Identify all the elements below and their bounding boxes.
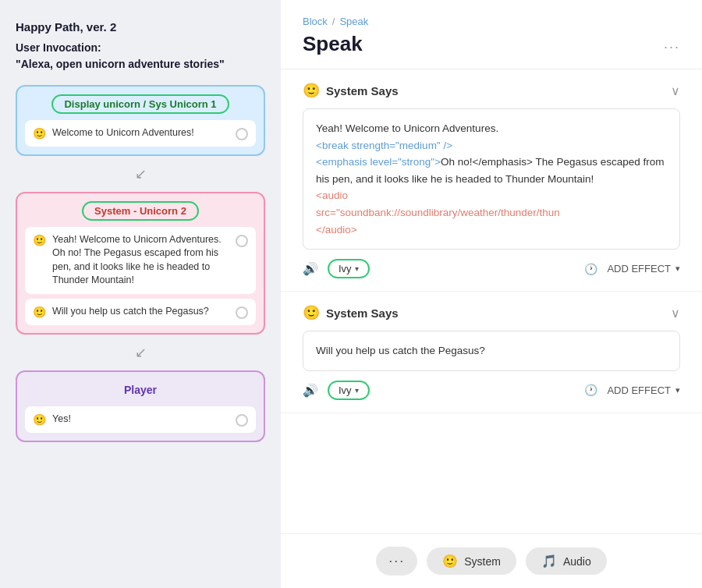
arrow-1: ↙ <box>16 165 265 182</box>
block1-title: Display unicorn / Sys Unicorn 1 <box>51 94 229 114</box>
message-icon-1: 🙂 <box>33 127 46 140</box>
bottom-toolbar: ··· 🙂 System 🎵 Audio <box>281 533 702 588</box>
section-2-label: System Says <box>326 306 399 320</box>
speech-ssml-emphasis-open: <emphasis level="strong"> <box>316 156 441 168</box>
page-title: Speak <box>303 32 363 56</box>
voice-row-1: 🔊 Ivy ▾ 🕐 ADD EFFECT ▾ <box>303 259 680 278</box>
speech-text-1a: Yeah! Welcome to Unicorn Adventures. <box>316 122 498 134</box>
breadcrumb-parent[interactable]: Block <box>303 16 328 27</box>
speech-ssml-audio-close: </audio> <box>316 224 357 236</box>
audio-button[interactable]: 🎵 Audio <box>526 547 607 575</box>
block3-item-text-1: Yes! <box>52 413 229 427</box>
dot-3 <box>236 306 248 319</box>
speech-text-2a: Will you help us catch the Pegasus? <box>316 345 485 356</box>
block2-title: System - Unicorn 2 <box>82 201 199 221</box>
voice-name-1: Ivy <box>339 263 352 275</box>
message-icon-3: 🙂 <box>33 306 46 318</box>
speech-box-2[interactable]: Will you help us catch the Pegasus? <box>303 331 680 371</box>
left-panel: Happy Path, ver. 2 User Invocation: "Ale… <box>0 0 281 588</box>
breadcrumb: Block / Speak <box>303 16 680 27</box>
right-header: Block / Speak Speak ... <box>281 0 702 69</box>
add-effect-button-2[interactable]: ADD EFFECT ▾ <box>607 384 680 396</box>
invocation-text: "Alexa, open unicorn adventure stories" <box>16 56 265 73</box>
block1-item-text-1: Welcome to Unicorn Adventures! <box>52 126 229 140</box>
dot-2 <box>236 235 248 247</box>
invocation-label: User Invocation: <box>16 40 265 56</box>
chevron-down-icon-1[interactable]: ∨ <box>671 83 680 98</box>
section-2-header: 🙂 System Says ∨ <box>303 304 680 321</box>
voice-dropdown-arrow-2: ▾ <box>355 386 359 395</box>
speech-ssml-audio-src: src="soundbank://soundlibrary/weather/th… <box>316 207 560 218</box>
right-panel: Block / Speak Speak ... 🙂 System Says ∨ … <box>281 0 702 588</box>
dot-4 <box>236 414 248 427</box>
system-button-icon: 🙂 <box>442 554 458 569</box>
speech-ssml-audio-open: <audio <box>316 190 348 201</box>
more-tools-button[interactable]: ··· <box>376 547 417 576</box>
message-icon-2: 🙂 <box>33 234 46 246</box>
system-button[interactable]: 🙂 System <box>427 547 516 575</box>
block2-item-text-1: Yeah! Welcome to Unicorn Adventures. Oh … <box>52 233 229 288</box>
system-icon-1: 🙂 <box>303 82 320 99</box>
clock-icon-1: 🕐 <box>584 263 597 275</box>
flow-block-unicorn1[interactable]: Display unicorn / Sys Unicorn 1 🙂 Welcom… <box>16 85 265 156</box>
more-options-button[interactable]: ... <box>664 36 680 52</box>
block2-item-1: 🙂 Yeah! Welcome to Unicorn Adventures. O… <box>25 227 256 294</box>
section-1-label: System Says <box>326 84 399 97</box>
voice-selector-1[interactable]: Ivy ▾ <box>328 259 370 278</box>
add-effect-arrow-2: ▾ <box>675 385 680 395</box>
flow-block-player[interactable]: Player 🙂 Yes! <box>16 370 265 442</box>
speech-box-1[interactable]: Yeah! Welcome to Unicorn Adventures. <br… <box>303 108 680 250</box>
add-effect-label-1: ADD EFFECT <box>607 263 671 275</box>
block3-item-1: 🙂 Yes! <box>25 406 256 433</box>
breadcrumb-current: Speak <box>339 16 368 27</box>
voice-row-2: 🔊 Ivy ▾ 🕐 ADD EFFECT ▾ <box>303 381 680 400</box>
system-says-section-2: 🙂 System Says ∨ Will you help us catch t… <box>281 292 702 413</box>
block2-item-text-2: Will you help us catch the Pegasus? <box>52 305 229 319</box>
clock-icon-2: 🕐 <box>584 384 597 396</box>
voice-selector-2[interactable]: Ivy ▾ <box>328 381 370 400</box>
voice-name-2: Ivy <box>339 384 352 396</box>
speaker-icon-2: 🔊 <box>303 383 318 398</box>
block3-title: Player <box>112 380 169 400</box>
flow-block-unicorn2[interactable]: System - Unicorn 2 🙂 Yeah! Welcome to Un… <box>16 192 265 335</box>
message-icon-4: 🙂 <box>33 413 46 426</box>
audio-button-icon: 🎵 <box>541 554 557 569</box>
audio-button-label: Audio <box>563 555 591 568</box>
add-effect-arrow-1: ▾ <box>675 264 680 274</box>
system-button-label: System <box>464 555 501 568</box>
system-icon-2: 🙂 <box>303 304 320 321</box>
system-says-section-1: 🙂 System Says ∨ Yeah! Welcome to Unicorn… <box>281 69 702 292</box>
speaker-icon-1: 🔊 <box>303 261 318 276</box>
voice-dropdown-arrow-1: ▾ <box>355 264 359 273</box>
block2-item-2: 🙂 Will you help us catch the Pegasus? <box>25 299 256 325</box>
add-effect-label-2: ADD EFFECT <box>607 384 671 396</box>
add-effect-button-1[interactable]: ADD EFFECT ▾ <box>607 263 680 275</box>
dot-1 <box>236 128 248 140</box>
arrow-2: ↙ <box>16 344 265 361</box>
block1-item-1: 🙂 Welcome to Unicorn Adventures! <box>25 120 256 147</box>
speech-ssml-break: <break strength="medium" /> <box>316 140 452 151</box>
happy-path-title: Happy Path, ver. 2 <box>16 19 265 37</box>
chevron-down-icon-2[interactable]: ∨ <box>671 306 680 321</box>
breadcrumb-separator: / <box>332 16 335 27</box>
section-1-header: 🙂 System Says ∨ <box>303 82 680 99</box>
